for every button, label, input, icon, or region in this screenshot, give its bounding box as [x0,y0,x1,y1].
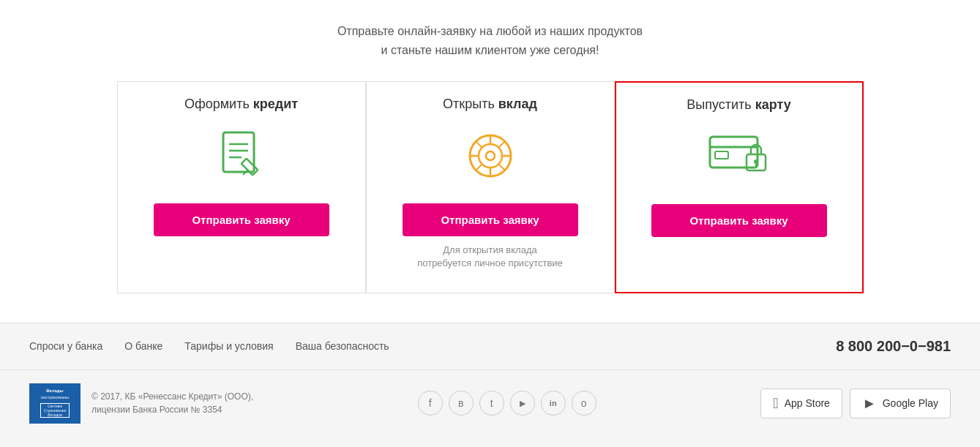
card-card: Выпустить карту Отправить заявку [615,81,864,293]
app-buttons:  App Store ► Google Play [760,388,951,418]
svg-point-21 [754,159,758,164]
footer-top: Спроси у банка О банке Тарифы и условия … [0,323,980,369]
deposit-insurance-logo: Вклады застрахованы СистемаСтрахованияВк… [29,383,81,424]
deposit-icon [389,127,592,185]
svg-line-15 [498,141,505,148]
footer-bottom: Вклады застрахованы СистемаСтрахованияВк… [0,369,980,437]
credit-card: Оформить кредит Отправить заявку [117,81,366,293]
svg-point-8 [486,151,495,160]
headline-line2: и станьте нашим клиентом уже сегодня! [381,44,599,56]
card-card-title: Выпустить карту [638,97,840,113]
cards-row: Оформить кредит Отправить заявку Отк [88,81,893,293]
social-twitter[interactable]: t [479,391,504,416]
credit-icon [140,127,343,185]
footer-nav: Спроси у банка О банке Тарифы и условия … [29,340,389,352]
apple-icon:  [773,395,778,412]
app-store-label: App Store [785,397,830,409]
footer-copyright: © 2017, КБ «Ренессанс Кредит» (ООО),лице… [91,390,253,416]
deposit-note: Для открытия вкладапотребуется личное пр… [389,244,592,270]
credit-submit-button[interactable]: Отправить заявку [154,203,329,236]
social-youtube[interactable]: ▶ [510,391,535,416]
social-odnoklassniki[interactable]: о [572,391,596,416]
social-linkedin[interactable]: in [541,391,566,416]
google-play-button[interactable]: ► Google Play [850,388,951,418]
deposit-card-title: Открыть вклад [389,97,592,112]
main-section: Отправьте онлайн-заявку на любой из наши… [0,0,980,323]
card-icon [638,127,840,186]
social-facebook[interactable]: f [418,391,443,416]
headline-line1: Отправьте онлайн-заявку на любой из наши… [337,25,643,37]
footer-logo-area: Вклады застрахованы СистемаСтрахованияВк… [29,383,253,424]
nav-tariffs[interactable]: Тарифы и условия [184,340,273,352]
card-submit-button[interactable]: Отправить заявку [651,204,827,237]
nav-about[interactable]: О банке [124,340,162,352]
svg-rect-19 [715,151,728,159]
svg-line-14 [498,164,505,170]
svg-line-13 [476,141,482,148]
google-play-label: Google Play [883,397,938,409]
headline: Отправьте онлайн-заявку на любой из наши… [15,22,965,59]
deposit-card: Открыть вклад Отправить [366,81,615,293]
social-vk[interactable]: в [449,391,474,416]
svg-rect-0 [223,132,254,172]
social-icons: f в t ▶ in о [418,391,596,416]
google-play-icon: ► [862,395,877,412]
nav-security[interactable]: Ваша безопасность [296,340,389,352]
credit-card-title: Оформить кредит [140,97,343,112]
svg-line-16 [476,164,482,170]
deposit-submit-button[interactable]: Отправить заявку [403,203,578,236]
nav-ask-bank[interactable]: Спроси у банка [29,340,102,352]
app-store-button[interactable]:  App Store [760,388,842,418]
footer-phone: 8 800 200−0−981 [836,338,951,355]
